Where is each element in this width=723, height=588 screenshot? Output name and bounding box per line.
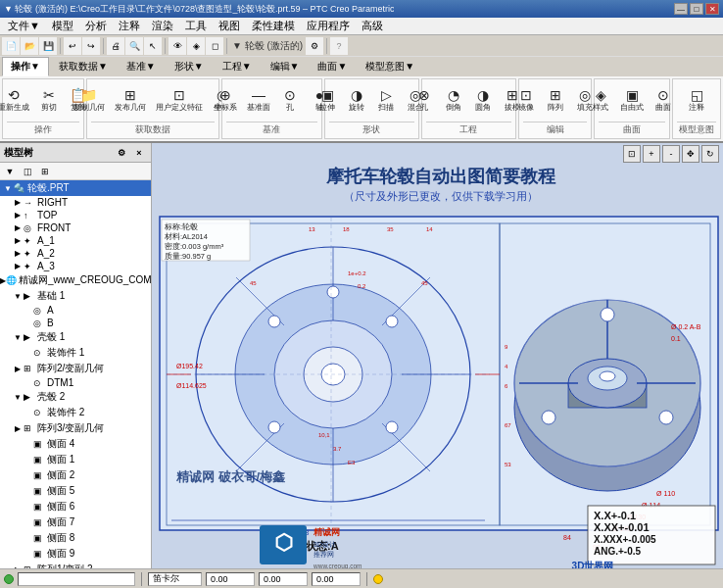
ribbon-btn-剪切[interactable]: ✂剪切 [35, 86, 63, 115]
ribbon-btn-倒角[interactable]: ◔倒角 [440, 86, 467, 115]
tree-item-7[interactable]: ▶🌐精诚网_www_CREOUG_COM [0, 272, 151, 288]
tree-expander-15[interactable]: ▼ [12, 393, 24, 402]
menu-item-分析[interactable]: 分析 [79, 18, 113, 34]
tree-item-3[interactable]: ▶◎FRONT [0, 221, 151, 234]
wire-button[interactable]: ◻ [206, 37, 223, 55]
menu-item-视图[interactable]: 视图 [213, 18, 246, 34]
tree-expander-11[interactable]: ▼ [12, 333, 24, 342]
undo-button[interactable]: ↩ [64, 37, 81, 55]
ribbon-btn-复制几何[interactable]: 📁复制几何 [70, 86, 109, 115]
ribbon-btn-阵列[interactable]: ⊞阵列 [542, 86, 569, 115]
ribbon-btn-样式[interactable]: ◈样式 [587, 86, 614, 115]
tree-item-4[interactable]: ▶✦A_1 [0, 234, 151, 247]
ribbon-tab-4[interactable]: 工程▼ [214, 57, 261, 76]
print-button[interactable]: 🖨 [107, 37, 124, 55]
menu-item-应用程序[interactable]: 应用程序 [301, 18, 356, 34]
sidebar-close-btn[interactable]: × [131, 146, 147, 160]
ribbon-tab-2[interactable]: 基准▼ [118, 57, 165, 76]
tree-expander-26[interactable]: ▶ [12, 565, 24, 569]
tree-expander-2[interactable]: ▶ [12, 211, 24, 220]
tree-item-8[interactable]: ▼▶基础 1 [0, 288, 151, 304]
ribbon-tab-7[interactable]: 模型意图▼ [357, 57, 423, 76]
tree-item-14[interactable]: ⊙DTM1 [0, 376, 151, 389]
tree-item-6[interactable]: ▶✦A_3 [0, 260, 151, 272]
tree-expander-8[interactable]: ▼ [12, 292, 24, 301]
settings-button[interactable]: ⚙ [306, 37, 323, 55]
ribbon-tab-6[interactable]: 曲面▼ [309, 57, 356, 76]
tree-expander-13[interactable]: ▶ [12, 365, 24, 373]
ribbon-btn-旋转[interactable]: ◑旋转 [343, 86, 370, 115]
menu-item-工具[interactable]: 工具 [179, 18, 213, 34]
shade-button[interactable]: ◈ [187, 37, 205, 55]
sidebar-settings-btn[interactable]: ⚙ [114, 146, 129, 160]
ribbon-btn-用户定义特征[interactable]: ⊡用户定义特征 [152, 86, 207, 115]
tree-item-20[interactable]: ▣侧面 2 [0, 467, 151, 483]
ribbon-tab-0[interactable]: 操作▼ [2, 57, 49, 76]
minimize-button[interactable]: — [674, 3, 688, 15]
view-button[interactable]: 👁 [169, 37, 186, 55]
redo-button[interactable]: ↪ [82, 37, 100, 55]
pan-btn[interactable]: ✥ [682, 145, 699, 163]
tree-item-11[interactable]: ▼▶壳毂 1 [0, 329, 151, 345]
tree-item-13[interactable]: ▶⊞阵列2/变副几何 [0, 361, 151, 376]
canvas-area[interactable]: 摩托车轮毂自动出图简要教程 （尺寸及外形已更改，仅供下载学习用） [152, 143, 723, 568]
zoom-button[interactable]: 🔍 [125, 37, 143, 55]
tree-expand-btn[interactable]: ▼ [2, 165, 18, 178]
zoom-fit-btn[interactable]: ⊡ [623, 145, 641, 163]
menu-item-渲染[interactable]: 渲染 [146, 18, 179, 34]
open-button[interactable]: 📂 [21, 37, 38, 55]
help-button[interactable]: ? [330, 37, 348, 55]
ribbon-btn-圆角[interactable]: ◑圆角 [469, 86, 497, 115]
menu-item-柔性建模[interactable]: 柔性建模 [246, 18, 301, 34]
ribbon-btn-镜像[interactable]: ⊡镜像 [512, 86, 540, 115]
close-button[interactable]: ✕ [705, 3, 719, 15]
ribbon-tab-5[interactable]: 编辑▼ [262, 57, 309, 76]
tree-item-25[interactable]: ▣侧面 9 [0, 546, 151, 562]
tree-item-23[interactable]: ▣侧面 7 [0, 514, 151, 530]
tree-item-19[interactable]: ▣侧面 1 [0, 452, 151, 467]
tree-filter-btn[interactable]: ⊞ [37, 165, 53, 178]
tree-expander-0[interactable]: ▼ [2, 184, 14, 193]
tree-expander-4[interactable]: ▶ [12, 236, 24, 245]
ribbon-tab-1[interactable]: 获取数据▼ [50, 57, 117, 76]
zoom-out-btn[interactable]: - [662, 145, 680, 163]
ribbon-btn-重新生成[interactable]: ⟲重新生成 [0, 86, 33, 115]
menu-item-文件[interactable]: 文件▼ [2, 18, 46, 34]
save-button[interactable]: 💾 [39, 37, 57, 55]
zoom-in-btn[interactable]: + [643, 145, 660, 163]
new-button[interactable]: 📄 [2, 37, 20, 55]
tree-expander-3[interactable]: ▶ [12, 223, 24, 232]
menu-item-模型[interactable]: 模型 [46, 18, 79, 34]
tree-item-1[interactable]: ▶→RIGHT [0, 196, 151, 209]
tree-item-18[interactable]: ▣侧面 4 [0, 436, 151, 452]
tree-item-0[interactable]: ▼🔩轮毂.PRT [0, 180, 151, 196]
ribbon-btn-拉伸[interactable]: ▣拉伸 [313, 86, 341, 115]
tree-item-21[interactable]: ▣侧面 5 [0, 483, 151, 499]
model-tree[interactable]: ▼🔩轮毂.PRT▶→RIGHT▶↑TOP▶◎FRONT▶✦A_1▶✦A_2▶✦A… [0, 180, 151, 568]
tree-expander-17[interactable]: ▶ [12, 424, 24, 433]
ribbon-btn-孔[interactable]: ⊙孔 [276, 86, 304, 115]
tree-expander-6[interactable]: ▶ [12, 262, 24, 270]
tree-expander-1[interactable]: ▶ [12, 198, 24, 207]
ribbon-tab-3[interactable]: 形状▼ [166, 57, 213, 76]
maximize-button[interactable]: □ [690, 3, 703, 15]
ribbon-btn-基准面[interactable]: —基准面 [243, 86, 274, 115]
menu-item-高级[interactable]: 高级 [356, 18, 389, 34]
menu-item-注释[interactable]: 注释 [113, 18, 146, 34]
tree-item-2[interactable]: ▶↑TOP [0, 209, 151, 221]
tree-item-17[interactable]: ▶⊞阵列3/变副几何 [0, 420, 151, 436]
tree-item-24[interactable]: ▣侧面 8 [0, 530, 151, 546]
ribbon-btn-发布几何[interactable]: ⊞发布几何 [111, 86, 150, 115]
select-button[interactable]: ↖ [144, 37, 162, 55]
tree-item-10[interactable]: ◎B [0, 317, 151, 329]
tree-item-15[interactable]: ▼▶壳毂 2 [0, 389, 151, 405]
ribbon-btn-注释[interactable]: ◱注释 [683, 86, 710, 115]
tree-item-9[interactable]: ◎A [0, 304, 151, 317]
ribbon-btn-扫描[interactable]: ▷扫描 [372, 86, 400, 115]
tree-item-16[interactable]: ⊙装饰件 2 [0, 405, 151, 420]
tree-item-26[interactable]: ▶⊞阵列1/变副 2 [0, 562, 151, 568]
tree-item-5[interactable]: ▶✦A_2 [0, 247, 151, 260]
tree-view-btn[interactable]: ◫ [20, 165, 35, 178]
ribbon-btn-坐标系[interactable]: ⊕坐标系 [210, 86, 241, 115]
rotate-btn[interactable]: ↻ [701, 145, 719, 163]
